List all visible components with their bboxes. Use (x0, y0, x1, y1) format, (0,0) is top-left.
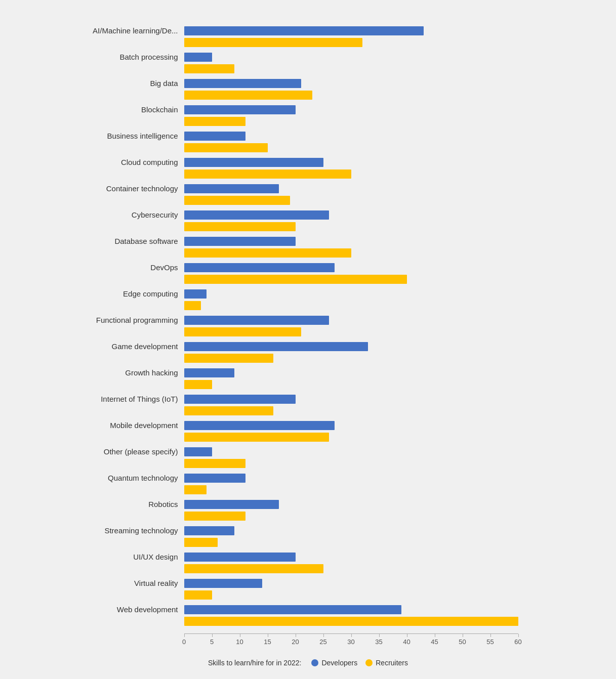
dev-row: Other (please specify) (53, 446, 564, 457)
rec-bar (184, 222, 296, 231)
dev-track (184, 78, 564, 89)
bar-group: Functional programming (53, 315, 564, 340)
dev-track (184, 236, 564, 247)
dev-bar (184, 447, 212, 456)
spacer (53, 601, 564, 603)
dev-track (184, 52, 564, 63)
dev-track (184, 315, 564, 326)
dev-row: Cloud computing (53, 157, 564, 168)
bar-group: Streaming technology (53, 525, 564, 550)
category-label: AI/Machine learning/De... (53, 26, 184, 35)
rec-bar (184, 169, 351, 179)
rec-bar (184, 143, 268, 152)
dev-track (184, 25, 564, 36)
rec-track (184, 274, 564, 285)
tick-label: 25 (319, 638, 326, 646)
dev-row: Mobile development (53, 420, 564, 431)
tick-label: 60 (514, 638, 521, 646)
rec-row (53, 37, 564, 48)
rec-bar (184, 380, 212, 389)
dev-track (184, 341, 564, 352)
rec-bar (184, 433, 329, 442)
rec-bar (184, 617, 518, 626)
bar-group: Game development (53, 341, 564, 366)
category-label: UI/UX design (53, 553, 184, 562)
tick-line (435, 634, 435, 637)
spacer (53, 417, 564, 419)
dev-bar (184, 184, 279, 193)
category-label: Edge computing (53, 289, 184, 299)
spacer (53, 470, 564, 472)
axis-tick: 45 (435, 634, 442, 646)
dev-bar (184, 553, 296, 562)
spacer (53, 312, 564, 314)
rec-bar (184, 301, 201, 310)
bar-group: Cybersecurity (53, 209, 564, 235)
tick-label: 45 (431, 638, 438, 646)
dev-track (184, 157, 564, 168)
rec-track (184, 511, 564, 522)
dev-row: Quantum technology (53, 473, 564, 484)
bar-group: Database software (53, 236, 564, 261)
rec-track (184, 63, 564, 74)
category-label: DevOps (53, 263, 184, 272)
rec-row (53, 484, 564, 495)
spacer (53, 101, 564, 103)
axis-tick: 10 (240, 634, 247, 646)
legend-intro: Skills to learn/hire for in 2022: (208, 659, 301, 667)
rec-row (53, 63, 564, 74)
dev-bar (184, 579, 262, 588)
rec-bar (184, 38, 362, 47)
rec-track (184, 484, 564, 495)
dev-bar (184, 158, 323, 167)
bar-group: Internet of Things (IoT) (53, 394, 564, 419)
chart-container: AI/Machine learning/De...Batch processin… (43, 10, 574, 679)
axis-area: 051015202530354045505560 (184, 633, 518, 649)
rec-bar (184, 354, 273, 363)
category-label: Robotics (53, 500, 184, 509)
tick-label: 50 (459, 638, 466, 646)
dev-row: UI/UX design (53, 551, 564, 563)
tick-label: 40 (403, 638, 410, 646)
category-label: Batch processing (53, 53, 184, 62)
rec-row (53, 432, 564, 443)
rec-bar (184, 327, 301, 336)
rec-bar (184, 459, 245, 468)
dev-track (184, 367, 564, 378)
dev-row: Cybersecurity (53, 209, 564, 221)
rec-row (53, 537, 564, 548)
tick-line (490, 634, 491, 637)
dev-row: Game development (53, 341, 564, 352)
category-label: Functional programming (53, 316, 184, 325)
dev-row: Web development (53, 604, 564, 615)
category-label: Quantum technology (53, 474, 184, 483)
dev-track (184, 420, 564, 431)
category-label: Cybersecurity (53, 210, 184, 220)
bar-group: UI/UX design (53, 551, 564, 577)
axis-tick: 15 (268, 634, 275, 646)
dev-track (184, 183, 564, 194)
axis-tick: 30 (351, 634, 358, 646)
rec-bar (184, 91, 312, 100)
bar-group: Business intelligence (53, 131, 564, 156)
bar-group: AI/Machine learning/De... (53, 25, 564, 51)
bar-group: Robotics (53, 499, 564, 524)
legend-rec: Recruiters (365, 659, 408, 667)
spacer (53, 259, 564, 261)
bar-group: Big data (53, 78, 564, 103)
axis-tick: 35 (379, 634, 386, 646)
dev-track (184, 262, 564, 273)
tick-line (240, 634, 240, 637)
rec-bar (184, 275, 407, 284)
tick-line (463, 634, 463, 637)
rec-track (184, 247, 564, 259)
rec-track (184, 353, 564, 364)
tick-line (323, 634, 324, 637)
spacer (53, 154, 564, 156)
axis-tick: 40 (407, 634, 414, 646)
dev-row: Container technology (53, 183, 564, 194)
spacer (53, 128, 564, 130)
dev-row: Streaming technology (53, 525, 564, 536)
tick-label: 0 (182, 638, 186, 646)
dev-row: Business intelligence (53, 131, 564, 142)
